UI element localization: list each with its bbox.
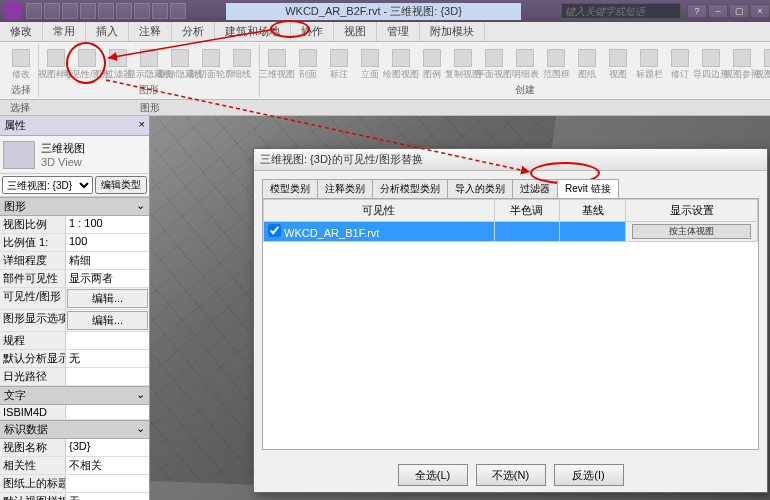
dialog-tab[interactable]: 过滤器 (512, 179, 558, 198)
invert-selection-button[interactable]: 反选(I) (554, 464, 624, 486)
properties-title: 属性 (4, 118, 26, 133)
ribbon-button[interactable]: 剖面 (294, 44, 322, 83)
menu-tab[interactable]: 视图 (334, 22, 377, 41)
qat-btn[interactable] (80, 3, 96, 19)
select-all-button[interactable]: 全选(L) (398, 464, 468, 486)
view-subtype: 3D View (41, 156, 85, 168)
ribbon-button[interactable]: 三维视图 (263, 44, 291, 83)
quick-access-toolbar (26, 3, 186, 19)
menu-tab[interactable]: 注释 (129, 22, 172, 41)
menu-tab[interactable]: 常用 (43, 22, 86, 41)
dialog-title: 三维视图: {3D}的可见性/图形替换 (254, 149, 767, 171)
qat-btn[interactable] (26, 3, 42, 19)
links-table: 可见性半色调基线显示设置 WKCD_AR_B1F.rvt按主体视图 (263, 199, 758, 242)
selector-label: 选择 (0, 100, 40, 115)
qat-btn[interactable] (98, 3, 114, 19)
property-row[interactable]: 可见性/图形编辑... (0, 288, 149, 310)
ribbon-button[interactable]: 剖切面轮廓 (197, 44, 225, 83)
ribbon-button[interactable]: 范围框 (542, 44, 570, 83)
ribbon-button[interactable]: 标题栏 (635, 44, 663, 83)
column-header: 显示设置 (626, 200, 758, 222)
property-row[interactable]: 规程 (0, 332, 149, 350)
app-icon (4, 2, 22, 20)
property-row[interactable]: 视图比例1 : 100 (0, 216, 149, 234)
table-row[interactable]: WKCD_AR_B1F.rvt按主体视图 (264, 222, 758, 242)
qat-btn[interactable] (44, 3, 60, 19)
property-row[interactable]: 比例值 1:100 (0, 234, 149, 252)
ribbon-button[interactable]: 细线 (228, 44, 256, 83)
menu-tab[interactable]: 建筑和场地 (215, 22, 291, 41)
minimize-icon[interactable]: – (708, 4, 728, 18)
help-icon[interactable]: ? (687, 4, 707, 18)
ribbon-button[interactable]: 导四边形 (697, 44, 725, 83)
close-icon[interactable]: × (750, 4, 770, 18)
menu-tab[interactable]: 插入 (86, 22, 129, 41)
window-title: WKCD_AR_B2F.rvt - 三维视图: {3D} (226, 3, 521, 20)
property-row[interactable]: 详细程度精细 (0, 252, 149, 270)
qat-btn[interactable] (152, 3, 168, 19)
qat-btn[interactable] (62, 3, 78, 19)
column-header: 基线 (560, 200, 626, 222)
property-row[interactable]: 部件可见性显示两者 (0, 270, 149, 288)
menu-tabs: 修改常用插入注释分析建筑和场地协作视图管理附加模块 (0, 22, 770, 42)
menu-tab[interactable]: 修改 (0, 22, 43, 41)
menu-tab[interactable]: 分析 (172, 22, 215, 41)
select-none-button[interactable]: 不选(N) (476, 464, 546, 486)
ribbon-button[interactable]: 修改 (7, 44, 35, 83)
dialog-tabs: 模型类别注释类别分析模型类别导入的类别过滤器Revit 链接 (254, 171, 767, 198)
ribbon-button[interactable]: 修订 (666, 44, 694, 83)
ribbon-button[interactable]: 视图 (604, 44, 632, 83)
ribbon-button[interactable]: 复制视图 (449, 44, 477, 83)
dialog-tab[interactable]: 导入的类别 (447, 179, 513, 198)
edit-type-button[interactable]: 编辑类型 (95, 176, 147, 194)
ribbon-button[interactable]: 标注 (325, 44, 353, 83)
ribbon: 修改选择视图样板可见性/图形过滤器显示隐藏线删除隐藏线剖切面轮廓细线图形三维视图… (0, 42, 770, 100)
visibility-graphics-dialog: 三维视图: {3D}的可见性/图形替换 模型类别注释类别分析模型类别导入的类别过… (253, 148, 768, 493)
properties-panel: 属性× 三维视图 3D View 三维视图: {3D} 编辑类型 图形⌄视图比例… (0, 116, 150, 500)
property-row[interactable]: 默认分析显示无 (0, 350, 149, 368)
ribbon-group-label: 图形 (139, 83, 159, 97)
menu-tab[interactable]: 协作 (291, 22, 334, 41)
column-header: 半色调 (494, 200, 560, 222)
ribbon-button[interactable]: 图纸 (573, 44, 601, 83)
ribbon-button[interactable]: 视图参照 (728, 44, 756, 83)
dialog-tab[interactable]: Revit 链接 (557, 179, 619, 198)
property-section-header[interactable]: 图形⌄ (0, 197, 149, 216)
property-row[interactable]: 默认视图样板无 (0, 493, 149, 500)
ribbon-button[interactable]: 明细表 (511, 44, 539, 83)
view-selector[interactable]: 三维视图: {3D} (2, 176, 93, 194)
view-type: 三维视图 (41, 141, 85, 156)
property-row[interactable]: ISBIM4D (0, 405, 149, 420)
ribbon-button[interactable]: 绘图视图 (387, 44, 415, 83)
property-row[interactable]: 日光路径 (0, 368, 149, 386)
maximize-icon[interactable]: ▢ (729, 4, 749, 18)
search-input[interactable] (561, 3, 681, 19)
ribbon-group-label: 选择 (11, 83, 31, 97)
property-row[interactable]: 相关性不相关 (0, 457, 149, 475)
property-row[interactable]: 图纸上的标题 (0, 475, 149, 493)
dialog-tab[interactable]: 模型类别 (262, 179, 318, 198)
column-header: 可见性 (264, 200, 495, 222)
property-row[interactable]: 视图名称{3D} (0, 439, 149, 457)
graphics-label: 图形 (130, 100, 170, 115)
row-checkbox[interactable] (268, 224, 281, 237)
qat-btn[interactable] (134, 3, 150, 19)
menu-tab[interactable]: 附加模块 (420, 22, 485, 41)
panel-close-icon[interactable]: × (139, 118, 145, 133)
dialog-tab[interactable]: 分析模型类别 (372, 179, 448, 198)
qat-btn[interactable] (116, 3, 132, 19)
property-section-header[interactable]: 文字⌄ (0, 386, 149, 405)
ribbon-group-label: 创建 (515, 83, 535, 97)
qat-btn[interactable] (170, 3, 186, 19)
ribbon-button[interactable]: 立面 (356, 44, 384, 83)
ribbon-button[interactable]: 平面视图 (480, 44, 508, 83)
ribbon-button[interactable]: 视图参照 (759, 44, 770, 83)
property-section-header[interactable]: 标识数据⌄ (0, 420, 149, 439)
dialog-tab[interactable]: 注释类别 (317, 179, 373, 198)
view-thumbnail (3, 141, 35, 169)
property-row[interactable]: 图形显示选项编辑... (0, 310, 149, 332)
menu-tab[interactable]: 管理 (377, 22, 420, 41)
ribbon-button[interactable]: 可见性/图形 (73, 44, 101, 83)
display-setting-button[interactable]: 按主体视图 (632, 224, 751, 239)
ribbon-button[interactable]: 图例 (418, 44, 446, 83)
